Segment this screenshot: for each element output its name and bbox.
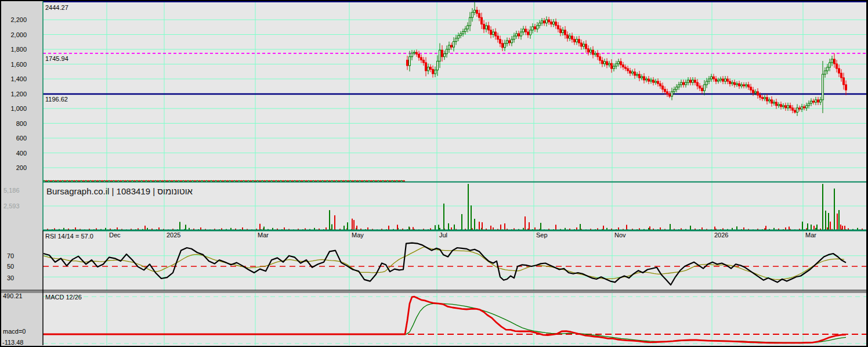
price-axis-label: 1,600 <box>0 61 27 68</box>
price-axis-label: 800 <box>0 120 27 127</box>
time-axis-label: 2025 <box>167 232 180 238</box>
macd-axis-min-label: -113.48 <box>2 339 24 346</box>
annotation-support-label: 1196.62 <box>45 96 68 103</box>
rsi-indicator-label: RSI 14/14 = 57.0 <box>45 233 93 240</box>
macd-axis-zero-label: macd=0 <box>3 328 26 335</box>
time-axis-label: 2026 <box>714 232 728 238</box>
volume-axis-label-low: 2,593 <box>3 203 20 209</box>
price-axis-label: 1,400 <box>0 75 27 82</box>
rsi-level-50-label: 50 <box>7 263 14 270</box>
time-axis-label: Mar <box>258 232 269 238</box>
price-axis-label: 1,200 <box>0 91 27 97</box>
price-axis-label: 1,800 <box>0 46 27 53</box>
bursagraph-chart-window: 2444.27 1745.94 1196.62 Bursagraph.co.il… <box>0 0 868 347</box>
time-axis-label: Jul <box>439 232 447 238</box>
price-axis-label: 600 <box>0 135 27 142</box>
price-axis-label: 1,000 <box>0 105 27 112</box>
rsi-level-30-label: 30 <box>7 274 14 281</box>
chart-canvas[interactable] <box>0 0 868 347</box>
price-axis-label: 200 <box>0 164 27 171</box>
price-axis-label: 2,200 <box>0 16 27 23</box>
price-axis-label: 2,000 <box>0 31 27 38</box>
time-axis-label: Nov <box>614 232 626 238</box>
time-axis-label: Mar <box>805 232 816 238</box>
watermark-ticker-title: Bursagraph.co.il | 1083419 | אוטונומוס <box>46 186 193 196</box>
price-axis-label: 400 <box>0 150 27 157</box>
time-axis-label: May <box>352 232 364 238</box>
time-axis-label: Sep <box>536 232 548 238</box>
volume-axis-label-high: 5,186 <box>3 187 20 194</box>
annotation-resistance-label: 1745.94 <box>45 55 68 62</box>
macd-indicator-label: MACD 12/26 <box>45 294 82 301</box>
rsi-level-70-label: 70 <box>7 252 14 259</box>
macd-axis-max-label: 490.21 <box>3 292 23 299</box>
time-axis-label: Dec <box>109 232 121 238</box>
annotation-high-label: 2444.27 <box>45 4 68 11</box>
